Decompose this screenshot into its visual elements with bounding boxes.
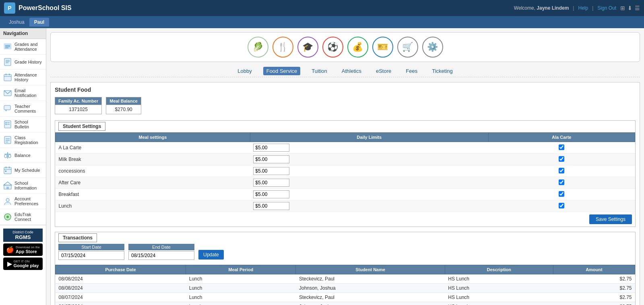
col-student-name: Student Name	[296, 265, 445, 274]
ticketing-icon-btn[interactable]: 🎫	[372, 37, 393, 58]
student-food-section: Student Food Family Ac. Number 1371025 M…	[50, 82, 640, 305]
text-nav-estore[interactable]: eStore	[373, 67, 394, 75]
lobby-icon-btn[interactable]: 🥬	[248, 37, 268, 58]
settings-row: A La Carte	[56, 142, 635, 154]
settings-row: Breakfast	[56, 189, 635, 200]
sidebar-item-school-information[interactable]: School Information	[0, 178, 46, 194]
class-registration-icon	[3, 136, 12, 144]
expand-icon[interactable]: ⊞	[620, 5, 625, 11]
text-nav-fees[interactable]: Fees	[402, 67, 421, 75]
trans-student: Steckevicz, Paul	[296, 293, 445, 302]
sidebar-item-grades-attendance[interactable]: Grades and Attendance	[0, 39, 46, 55]
text-nav-ticketing[interactable]: Ticketing	[429, 67, 456, 75]
school-information-icon	[3, 181, 12, 190]
col-purchase-date: Purchase Date	[56, 265, 186, 274]
food-service-icon-btn[interactable]: 🍴	[272, 37, 293, 58]
ala-carte-checkbox[interactable]	[559, 144, 564, 150]
ala-carte-cell[interactable]	[488, 189, 635, 200]
save-settings-button[interactable]: Save Settings	[589, 214, 632, 224]
family-ac-box: Family Ac. Number 1371025	[55, 97, 102, 114]
settings-icon-btn[interactable]: ⚙️	[422, 37, 443, 58]
transactions-filters: Start Date End Date Update	[55, 244, 635, 262]
ala-carte-checkbox[interactable]	[559, 156, 564, 162]
help-link[interactable]: Help	[578, 5, 588, 11]
sidebar-item-school-bulletin[interactable]: School Bulletin	[0, 117, 46, 132]
sidebar-item-account-preferences[interactable]: Account Preferences	[0, 194, 46, 209]
sidebar-item-attendance-history[interactable]: Attendance History	[0, 70, 46, 85]
update-button[interactable]: Update	[198, 250, 224, 260]
end-date-input[interactable]	[128, 251, 194, 260]
text-nav: Lobby Food Service Tuition Athletics eSt…	[50, 65, 640, 77]
sign-out-link[interactable]: Sign Out	[597, 5, 616, 11]
daily-limit-input[interactable]	[253, 144, 289, 152]
svg-rect-28	[4, 167, 11, 174]
daily-limit-input[interactable]	[253, 167, 289, 175]
app-store-button[interactable]: 🍎 Download on the App Store	[3, 243, 43, 256]
my-schedule-icon	[3, 166, 12, 175]
svg-point-36	[6, 198, 9, 202]
meal-name-cell: concessions	[56, 165, 250, 177]
ala-carte-checkbox[interactable]	[559, 168, 564, 173]
athletics-icon-btn[interactable]: ⚽	[322, 37, 343, 58]
sidebar-item-email-notification[interactable]: Email Notification	[0, 85, 46, 101]
settings-table: Meal settings Daily Limits Ala Carte A L…	[55, 132, 635, 212]
tab-paul[interactable]: Paul	[29, 18, 49, 27]
ala-carte-cell[interactable]	[488, 154, 635, 165]
my-schedule-label: My Schedule	[14, 168, 40, 173]
ala-carte-checkbox[interactable]	[559, 203, 564, 208]
ala-carte-cell[interactable]	[488, 177, 635, 189]
text-nav-athletics[interactable]: Athletics	[339, 67, 365, 75]
student-food-title: Student Food	[55, 87, 636, 93]
ala-carte-cell[interactable]	[488, 165, 635, 177]
daily-limit-input[interactable]	[253, 202, 289, 210]
daily-limit-cell[interactable]	[250, 200, 488, 212]
svg-point-27	[8, 155, 11, 158]
student-settings-box: Student Settings Meal settings Daily Lim…	[55, 120, 636, 227]
download-icon[interactable]: ⬇	[627, 5, 632, 11]
google-play-icon: ▶	[7, 260, 12, 268]
daily-limit-input[interactable]	[253, 190, 289, 198]
trans-amount: $2.75	[553, 274, 635, 284]
google-play-button[interactable]: ▶ GET IT ON Google play	[3, 258, 43, 270]
daily-limit-input[interactable]	[253, 179, 289, 187]
col-meal-settings: Meal settings	[56, 133, 250, 142]
sidebar-item-balance[interactable]: Balance	[0, 148, 46, 163]
ala-carte-cell[interactable]	[488, 142, 635, 154]
school-information-label: School Information	[14, 181, 43, 190]
student-settings-header: Student Settings	[55, 121, 635, 132]
sidebar-item-my-schedule[interactable]: My Schedule	[0, 163, 46, 178]
daily-limit-cell[interactable]	[250, 189, 488, 200]
sidebar-item-teacher-comments[interactable]: Teacher Comments	[0, 101, 46, 117]
trans-student: Johnson, Joshua	[296, 284, 445, 293]
fees-icon-btn[interactable]: 💰	[347, 37, 368, 58]
sidebar-item-class-registration[interactable]: Class Registration	[0, 132, 46, 148]
trans-date: 08/08/2024	[56, 284, 186, 293]
daily-limit-input[interactable]	[253, 155, 289, 163]
tab-joshua[interactable]: Joshua	[4, 18, 29, 27]
trans-period: Lunch	[186, 274, 296, 284]
trans-date: 08/08/2024	[56, 274, 186, 284]
trans-period: Lunch	[186, 293, 296, 302]
text-nav-tuition[interactable]: Tuition	[308, 67, 330, 75]
col-ala-carte: Ala Carte	[488, 133, 635, 142]
start-date-input[interactable]	[58, 251, 124, 260]
daily-limit-cell[interactable]	[250, 177, 488, 189]
tuition-icon-btn[interactable]: 🎓	[297, 37, 318, 58]
daily-limit-cell[interactable]	[250, 154, 488, 165]
daily-limit-cell[interactable]	[250, 142, 488, 154]
text-nav-lobby[interactable]: Lobby	[234, 67, 255, 75]
daily-limit-cell[interactable]	[250, 165, 488, 177]
transaction-row: 08/07/2024 Lunch Johnson, Joshua HS Lunc…	[56, 302, 635, 305]
svg-rect-0	[4, 43, 11, 49]
menu-icon[interactable]: ☰	[635, 5, 640, 11]
estore-icon-btn[interactable]: 🛒	[397, 37, 418, 58]
sidebar-item-grade-history[interactable]: Grade History	[0, 55, 46, 70]
ala-carte-checkbox[interactable]	[559, 191, 564, 197]
ala-carte-checkbox[interactable]	[559, 179, 564, 185]
col-daily-limits: Daily Limits	[250, 133, 488, 142]
svg-marker-34	[4, 182, 12, 185]
logo-area: P PowerSchool SIS	[4, 2, 72, 14]
ala-carte-cell[interactable]	[488, 200, 635, 212]
sidebar-item-edutrak-connect[interactable]: EduTrak Connect	[0, 209, 46, 225]
text-nav-food-service[interactable]: Food Service	[263, 67, 301, 75]
